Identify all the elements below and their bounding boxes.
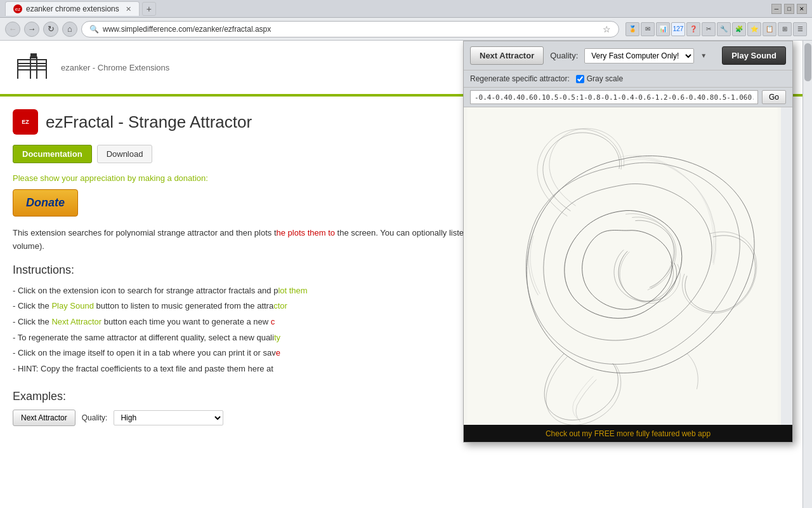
ext-icon-6[interactable]: ✂ [702, 22, 716, 36]
forward-button[interactable]: → [24, 22, 39, 37]
popup-footer: Check out my FREE more fully featured we… [464, 425, 792, 442]
title-bar-left: ez ezanker chrome extensions ✕ + [5, 1, 156, 16]
browser-frame: ez ezanker chrome extensions ✕ + ─ □ ✕ ←… [0, 0, 812, 508]
new-tab-button[interactable]: + [142, 2, 156, 16]
grayscale-checkbox[interactable] [576, 75, 584, 83]
popup-regen-row: Regenerate specific attractor: Gray scal… [464, 70, 792, 88]
address-bar-icons: ☆ [603, 24, 611, 34]
quality-select-popup[interactable]: Low Medium High Very High Very Fast Comp… [584, 48, 694, 64]
refresh-button[interactable]: ↻ [43, 22, 58, 37]
window-controls: ─ □ ✕ [771, 4, 807, 14]
svg-rect-1 [18, 66, 46, 70]
address-bar-icon: 🔍 [89, 25, 99, 34]
ext-icon-1[interactable]: 🏅 [625, 22, 639, 36]
page-icon: EZ [13, 109, 38, 135]
dropdown-arrow-icon: ▼ [700, 52, 707, 59]
examples-next-attractor-btn[interactable]: Next Attractor [13, 410, 75, 426]
ext-icon-10[interactable]: 📋 [763, 22, 776, 36]
fractal-canvas[interactable] [464, 107, 781, 425]
quality-label-popup: Quality: [550, 51, 578, 60]
home-button[interactable]: ⌂ [62, 22, 77, 37]
extension-popup: Next Attractor Quality: Low Medium High … [463, 41, 793, 443]
close-btn[interactable]: ✕ [797, 4, 807, 14]
grayscale-label: Gray scale [576, 74, 623, 83]
url-text: www.simpledifference.com/ezanker/ezfract… [103, 25, 271, 34]
download-button[interactable]: Download [97, 145, 153, 163]
svg-rect-7 [467, 107, 778, 425]
fractal-image [464, 107, 781, 425]
go-button[interactable]: Go [762, 90, 786, 104]
address-bar[interactable]: 🔍 www.simpledifference.com/ezanker/ezfra… [81, 21, 619, 37]
extension-icons: 🏅 ✉ 📊 127 ❓ ✂ 🔧 🧩 ⭐ 📋 ⊞ ☰ [625, 22, 807, 36]
examples-quality-select[interactable]: Low Medium High Very High Very Fast Comp… [114, 410, 223, 425]
ext-icon-3[interactable]: 📊 [656, 22, 670, 36]
tab-title: ezanker chrome extensions [26, 4, 119, 13]
page-title-text: ezFractal - Strange Attractor [46, 112, 252, 132]
ext-icon-4[interactable]: 127 [671, 22, 685, 36]
grayscale-text: Gray scale [587, 74, 623, 83]
svg-rect-0 [18, 60, 46, 64]
site-logo [13, 48, 51, 86]
ext-icon-9[interactable]: ⭐ [747, 22, 761, 36]
title-bar: ez ezanker chrome extensions ✕ + ─ □ ✕ [0, 0, 812, 18]
scrollbar-thumb[interactable] [804, 43, 811, 81]
ext-icon-12[interactable]: ☰ [793, 22, 807, 36]
ext-icon-5[interactable]: ❓ [686, 22, 700, 36]
popup-toolbar: Next Attractor Quality: Low Medium High … [464, 41, 792, 70]
page-icon-label: EZ [22, 119, 29, 125]
ext-icon-7[interactable]: 🔧 [717, 22, 731, 36]
footer-link[interactable]: Check out my FREE more fully featured we… [546, 429, 710, 438]
browser-tab[interactable]: ez ezanker chrome extensions ✕ [5, 1, 140, 16]
ext-icon-2[interactable]: ✉ [641, 22, 655, 36]
scrollbar[interactable] [802, 41, 812, 508]
examples-quality-label: Quality: [82, 413, 108, 422]
maximize-btn[interactable]: □ [784, 4, 794, 14]
attractor-input[interactable] [470, 90, 758, 104]
next-attractor-button[interactable]: Next Attractor [470, 46, 544, 65]
documentation-button[interactable]: Documentation [13, 145, 92, 163]
tab-favicon: ez [13, 4, 22, 13]
site-title-text: ezanker - Chrome Extensions [61, 63, 169, 72]
bookmark-icon[interactable]: ☆ [603, 24, 611, 34]
nav-bar: ← → ↻ ⌂ 🔍 www.simpledifference.com/ezank… [0, 18, 812, 41]
regen-label: Regenerate specific attractor: [470, 74, 570, 83]
donation-text-content: Please show your appreciation by making … [13, 173, 208, 183]
donate-button[interactable]: Donate [13, 189, 78, 217]
tab-close-btn[interactable]: ✕ [126, 5, 131, 13]
site-title: ezanker - Chrome Extensions [61, 63, 169, 72]
svg-rect-6 [30, 53, 37, 58]
ext-icon-8[interactable]: 🧩 [732, 22, 746, 36]
page-content: ezanker - Chrome Extensions EZ ezFractal… [0, 41, 812, 508]
ext-icon-11[interactable]: ⊞ [778, 22, 792, 36]
back-button[interactable]: ← [5, 22, 20, 37]
attractor-input-row: Go [464, 88, 792, 107]
donate-label: Donate [26, 196, 65, 209]
play-sound-button[interactable]: Play Sound [722, 46, 786, 65]
minimize-btn[interactable]: ─ [771, 4, 782, 14]
